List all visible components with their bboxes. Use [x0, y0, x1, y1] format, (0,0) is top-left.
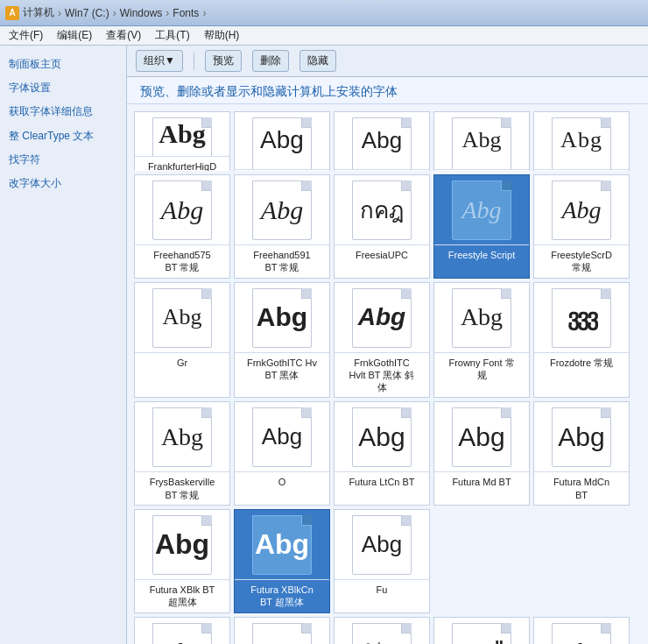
titlebar-path: 计算机 › Win7 (C:) › Windows › Fonts ›	[23, 5, 206, 20]
page-header: 预览、删除或者显示和隐藏计算机上安装的字体	[127, 77, 648, 104]
font-tile[interactable]: AbgFutura MdCn BT	[533, 401, 630, 506]
path-computer: 计算机	[23, 5, 54, 20]
sidebar-item-find-char[interactable]: 找字符	[0, 148, 126, 172]
sidebar: 制面板主页 字体设置 获取字体详细信息 整 ClearType 文本 找字符 改…	[0, 46, 127, 644]
font-tile[interactable]: กคฎFreesiaUPC	[334, 174, 430, 279]
font-tile[interactable]: AbgFreehand591 BT 常规	[234, 174, 330, 279]
sidebar-item-font-settings[interactable]: 字体设置	[0, 76, 126, 100]
sidebar-item-font-size[interactable]: 改字体大小	[0, 172, 126, 195]
font-tile[interactable]: AbgFrysBaskerville BT 常规	[134, 401, 230, 506]
font-tile[interactable]: AbgFutura XBlk BT 超黑体	[134, 509, 230, 613]
toolbar: 组织▼ 预览 删除 隐藏	[127, 46, 648, 77]
font-tile[interactable]: AbgFrowny Font 常 规	[433, 282, 530, 399]
main-container: 制面板主页 字体设置 获取字体详细信息 整 ClearType 文本 找字符 改…	[0, 46, 648, 644]
sidebar-item-font-info[interactable]: 获取字体详细信息	[0, 100, 126, 124]
font-tile[interactable]: AbgFrnkGothITC Hvlt BT 黑体 斜 体	[334, 282, 430, 399]
titlebar-icon: A	[5, 6, 19, 20]
font-tile[interactable]: AbgFutura LtCn BT	[334, 401, 430, 506]
toolbar-separator-1	[194, 53, 194, 70]
menu-help[interactable]: 帮助(H)	[197, 26, 247, 45]
font-tile[interactable]: ᆩᆧ	[433, 617, 530, 644]
font-tile[interactable]: AbgFreestyleScrD 常规	[533, 174, 630, 279]
font-tile[interactable]: AbgFrankRuehl 常规	[433, 111, 530, 171]
hide-button[interactable]: 隐藏	[299, 50, 336, 72]
path-windows: Windows	[120, 7, 163, 19]
path-win7: Win7 (C:)	[65, 7, 109, 19]
font-tile[interactable]: AbgFreestyle Script	[433, 174, 530, 279]
font-tile[interactable]: AbgFutura XBlkCn BT 超黑体	[234, 509, 330, 613]
font-tile[interactable]: AbgGr	[134, 282, 230, 399]
font-tile[interactable]: AbgFu	[334, 509, 430, 613]
font-tile[interactable]: AbgFranklin Gothic Book	[334, 111, 430, 171]
organize-button[interactable]: 组织▼	[136, 50, 183, 72]
font-tile[interactable]: AbgFranklin Gothic	[234, 111, 330, 171]
font-tile[interactable]: Abg	[134, 617, 230, 644]
sidebar-item-control-panel[interactable]: 制面板主页	[0, 53, 126, 76]
font-tile[interactable]: ვვვFrozdotre 常规	[533, 282, 630, 399]
menu-view[interactable]: 查看(V)	[99, 26, 148, 45]
menubar: 文件(F) 编辑(E) 查看(V) 工具(T) 帮助(H)	[0, 26, 648, 46]
font-tile[interactable]: AbgFutura Md BT	[433, 401, 530, 506]
preview-button[interactable]: 预览	[205, 50, 242, 72]
font-tile[interactable]: AbgFreehand575 BT 常规	[134, 174, 230, 279]
menu-tools[interactable]: 工具(T)	[148, 26, 196, 45]
font-tile[interactable]: AbgFrankfurterHigD 常规	[134, 111, 230, 171]
font-tile[interactable]: AbgFrnkGothITC Hv BT 黑体	[234, 282, 330, 399]
menu-file[interactable]: 文件(F)	[2, 26, 50, 45]
font-tile[interactable]: A ✿	[234, 617, 330, 644]
font-tile[interactable]: Abg	[334, 617, 430, 644]
font-grid[interactable]: AbgFrankfurterHigD 常规AbgFranklin GothicA…	[127, 104, 648, 644]
font-tile[interactable]: Ahg	[533, 617, 630, 644]
sidebar-item-cleartype[interactable]: 整 ClearType 文本	[0, 124, 126, 148]
content-area: 组织▼ 预览 删除 隐藏 预览、删除或者显示和隐藏计算机上安装的字体 AbgFr…	[127, 46, 648, 644]
path-fonts: Fonts	[173, 7, 199, 19]
titlebar: A 计算机 › Win7 (C:) › Windows › Fonts ›	[0, 0, 648, 26]
delete-button[interactable]: 删除	[252, 50, 289, 72]
font-tile[interactable]: AbgO	[234, 401, 330, 506]
menu-edit[interactable]: 编辑(E)	[50, 26, 99, 45]
font-tile[interactable]: AbgFrazzed 常规	[533, 111, 630, 171]
